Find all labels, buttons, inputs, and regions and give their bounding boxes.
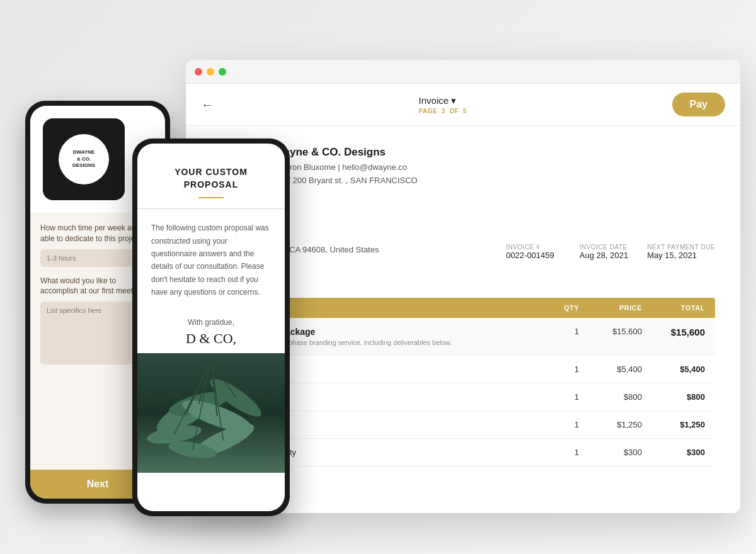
item-qty-3: 1 xyxy=(529,420,579,429)
proposal-header: YOUR CUSTOMPROPOSAL xyxy=(137,144,285,209)
item-qty-1: 1 xyxy=(529,365,579,374)
item-price-3: $1,250 xyxy=(579,420,642,429)
invoice-title-area: Invoice ▾ PAGE 3 OF 5 xyxy=(419,95,467,115)
proposal-with: With gratidue, xyxy=(151,318,271,327)
phone-front: YOUR CUSTOMPROPOSAL The following custom… xyxy=(132,138,290,516)
col-qty: QTY xyxy=(529,304,579,312)
item-qty-2: 1 xyxy=(529,392,579,402)
invoice-label: Invoice xyxy=(419,95,449,106)
invoice-page-info: PAGE 3 OF 5 xyxy=(419,108,467,115)
proposal-photo xyxy=(137,353,285,473)
company-address: 94107 200 Bryant st. , SAN FRANCISCO xyxy=(268,174,418,188)
invoice-date-value: Aug 28, 2021 xyxy=(580,251,628,260)
item-price-4: $300 xyxy=(579,448,642,457)
invoice-header: ← Invoice ▾ PAGE 3 OF 5 Pay xyxy=(186,84,740,126)
browser-titlebar xyxy=(186,60,740,84)
item-total-4: $300 xyxy=(642,448,705,457)
leaf-illustration xyxy=(137,353,285,473)
col-price: PRICE xyxy=(579,304,642,312)
window-minimize-dot[interactable] xyxy=(207,68,214,76)
proposal-title: YOUR CUSTOMPROPOSAL xyxy=(152,166,270,191)
item-total-1: $5,400 xyxy=(642,365,705,374)
invoice-title: Invoice ▾ xyxy=(419,95,467,106)
window-close-dot[interactable] xyxy=(195,68,202,76)
item-total-3: $1,250 xyxy=(642,420,705,429)
col-total: TOTAL xyxy=(642,304,705,312)
invoice-date-label: Invoice date xyxy=(580,244,628,251)
phone-logo-box: DWAYNE& CO.DESIGNS xyxy=(43,118,125,200)
next-payment-value: May 15, 2021 xyxy=(647,251,715,260)
company-info: Dwayne & CO. Designs Cameron Bluxome | h… xyxy=(268,146,418,188)
pay-button[interactable]: Pay xyxy=(672,93,725,116)
invoice-meta: Invoice # 0022-001459 Invoice date Aug 2… xyxy=(506,244,715,283)
proposal-body: The following custom proposal was constr… xyxy=(137,209,285,311)
proposal-divider xyxy=(198,197,224,198)
item-total-2: $800 xyxy=(642,392,705,402)
item-price-2: $800 xyxy=(579,392,642,402)
page-of: OF xyxy=(449,108,459,115)
item-total-0: $15,600 xyxy=(642,327,705,337)
next-payment-label: Next payment due xyxy=(647,244,715,251)
item-qty-0: 1 xyxy=(529,327,579,336)
page-label: PAGE xyxy=(419,108,438,115)
page-total: 5 xyxy=(463,108,467,115)
back-button[interactable]: ← xyxy=(201,98,214,112)
dropdown-icon[interactable]: ▾ xyxy=(451,95,456,106)
next-payment-item: Next payment due May 15, 2021 xyxy=(647,244,715,283)
phone-front-screen: YOUR CUSTOMPROPOSAL The following custom… xyxy=(137,144,285,511)
invoice-number-value: 0022-001459 xyxy=(506,251,554,260)
company-contact: Cameron Bluxome | hello@dwayne.co xyxy=(268,161,418,174)
phone-logo-text: DWAYNE& CO.DESIGNS xyxy=(72,149,95,169)
page-current: 3 xyxy=(442,108,445,115)
item-qty-4: 1 xyxy=(529,448,579,457)
invoice-number-label: Invoice # xyxy=(506,244,554,251)
item-price-0: $15,600 xyxy=(579,327,642,336)
phone-logo-circle: DWAYNE& CO.DESIGNS xyxy=(59,134,109,184)
invoice-date-item: Invoice date Aug 28, 2021 xyxy=(580,244,628,283)
proposal-signature: With gratidue, D & CO, xyxy=(137,312,285,347)
proposal-sig: D & CO, xyxy=(151,331,271,347)
item-price-1: $5,400 xyxy=(579,365,642,374)
window-maximize-dot[interactable] xyxy=(219,68,226,76)
invoice-number-item: Invoice # 0022-001459 xyxy=(506,244,554,283)
company-name: Dwayne & CO. Designs xyxy=(268,146,418,159)
